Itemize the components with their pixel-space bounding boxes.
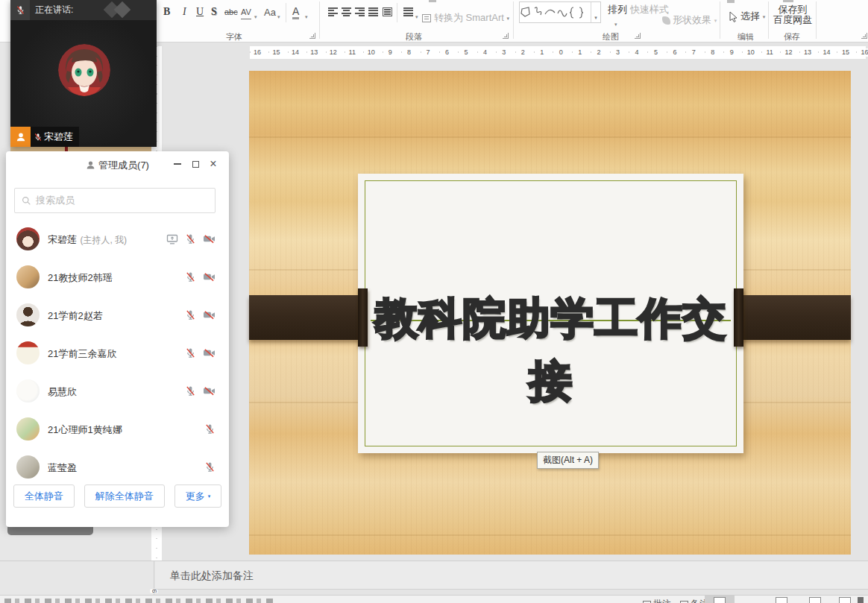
notes-pane[interactable]: 单击此处添加备注 bbox=[155, 561, 868, 590]
ruler-number: 2 bbox=[520, 48, 526, 57]
divider bbox=[816, 1, 817, 39]
ruler-number: 1 bbox=[538, 48, 545, 57]
normal-view-button[interactable] bbox=[714, 597, 726, 603]
member-name: 21学前三余嘉欣 bbox=[48, 348, 116, 359]
mic-muted-icon[interactable] bbox=[185, 385, 196, 397]
status-left-clipped-text bbox=[4, 599, 273, 603]
member-list-item[interactable]: 易慧欣 bbox=[6, 372, 229, 410]
text-shadow-button[interactable]: S bbox=[211, 4, 217, 19]
font-color-button[interactable]: A bbox=[292, 4, 299, 19]
ruler-number: 14 bbox=[821, 48, 831, 57]
mic-muted-icon[interactable] bbox=[185, 347, 196, 359]
chevron-down-icon[interactable]: ▾ bbox=[305, 9, 308, 24]
mic-muted-icon[interactable] bbox=[204, 461, 216, 473]
convert-to-smartart-button[interactable]: 转换为 SmartArt ▾ bbox=[422, 10, 509, 25]
ruler-number: 12 bbox=[328, 48, 339, 57]
line-spacing-icon[interactable] bbox=[403, 7, 413, 16]
member-search-input[interactable]: 搜索成员 bbox=[14, 188, 216, 213]
camera-muted-icon[interactable] bbox=[203, 233, 216, 244]
slide-sorter-view-button[interactable] bbox=[776, 597, 787, 603]
cursor-arrow-icon bbox=[729, 11, 738, 22]
clipped-button-fragment bbox=[429, 0, 436, 2]
chevron-down-icon[interactable]: ▾ bbox=[254, 9, 257, 24]
member-avatar bbox=[16, 341, 40, 364]
reading-view-button[interactable] bbox=[809, 597, 821, 603]
slide-title[interactable]: 教科院助学工作交接 bbox=[358, 287, 743, 412]
meeting-video-window[interactable]: 正在讲话: bbox=[10, 0, 157, 147]
arrange-button[interactable]: 排列 bbox=[608, 2, 627, 17]
font-dialog-launcher-icon[interactable] bbox=[309, 33, 315, 39]
mic-muted-icon[interactable] bbox=[185, 271, 196, 282]
member-list-item[interactable]: 蓝莹盈 bbox=[6, 448, 229, 486]
divider bbox=[513, 1, 514, 39]
member-list-item[interactable]: 21学前2赵若 bbox=[6, 296, 229, 334]
align-center-icon[interactable] bbox=[342, 7, 351, 16]
chevron-down-icon[interactable]: ▾ bbox=[614, 16, 617, 31]
ruler-number: 12 bbox=[784, 48, 794, 57]
meeting-window-header[interactable]: 正在讲话: bbox=[10, 0, 157, 20]
slideshow-view-button[interactable] bbox=[839, 597, 851, 603]
member-subtitle: (主持人, 我) bbox=[80, 235, 127, 245]
mute-all-button[interactable]: 全体静音 bbox=[13, 484, 75, 508]
align-right-icon[interactable] bbox=[355, 7, 365, 16]
camera-muted-icon[interactable] bbox=[203, 385, 216, 397]
shapes-gallery[interactable]: ▾ bbox=[519, 1, 601, 23]
ruler-number: 8 bbox=[406, 48, 412, 57]
member-list-item[interactable]: 21教技师2韩瑶 bbox=[6, 258, 229, 296]
screenshot-tooltip: 截图(Alt + A) bbox=[537, 452, 599, 469]
chevron-down-icon[interactable]: ▾ bbox=[277, 9, 280, 24]
select-button[interactable]: 选择 ▾ bbox=[729, 9, 765, 24]
save-group-label: 保存 bbox=[784, 31, 800, 42]
camera-muted-icon[interactable] bbox=[203, 271, 216, 282]
member-list-item[interactable]: 宋碧莲 (主持人, 我) bbox=[6, 220, 229, 258]
chevron-down-icon[interactable]: ▾ bbox=[415, 9, 418, 24]
zoom-control-fragment[interactable] bbox=[858, 597, 864, 603]
dialog-launcher-icon[interactable] bbox=[861, 33, 867, 39]
italic-button[interactable]: I bbox=[183, 4, 186, 19]
underline-button[interactable]: U bbox=[196, 4, 204, 19]
member-list: 宋碧莲 (主持人, 我) 21教技师2 bbox=[6, 220, 229, 486]
notes-placeholder: 单击此处添加备注 bbox=[170, 569, 254, 583]
member-list-item[interactable]: 21心理师1黄纯娜 bbox=[6, 410, 229, 448]
distribute-text-icon[interactable] bbox=[383, 7, 392, 16]
search-icon bbox=[22, 196, 31, 206]
bold-button[interactable]: B bbox=[163, 4, 170, 19]
clipped-button-fragment bbox=[727, 0, 735, 3]
unmute-all-button[interactable]: 解除全体静音 bbox=[84, 484, 165, 508]
comments-button[interactable]: 批注 bbox=[643, 598, 671, 603]
mic-muted-header-box[interactable] bbox=[10, 0, 30, 20]
more-button[interactable]: 更多▾ bbox=[174, 484, 222, 508]
drawing-dialog-launcher-icon[interactable] bbox=[635, 33, 641, 39]
member-management-panel[interactable]: 管理成员(7) × 搜索成员 宋碧莲 (主持人, 我) bbox=[6, 151, 229, 527]
ruler-number: 6 bbox=[671, 48, 678, 57]
member-avatar bbox=[16, 455, 40, 479]
member-name: 蓝莹盈 bbox=[48, 462, 77, 473]
member-list-item[interactable]: 21学前三余嘉欣 bbox=[6, 334, 229, 372]
ruler-number: 11 bbox=[347, 48, 357, 57]
strikethrough-button[interactable]: abc bbox=[224, 4, 238, 19]
mic-muted-icon[interactable] bbox=[185, 233, 196, 244]
save-to-baidu-netdisk-button[interactable]: 百度网盘 bbox=[773, 13, 813, 28]
camera-muted-icon[interactable] bbox=[203, 347, 216, 359]
mic-muted-icon[interactable] bbox=[204, 423, 216, 435]
maximize-button[interactable] bbox=[189, 157, 202, 171]
ruler-number: 10 bbox=[366, 48, 377, 57]
paragraph-dialog-launcher-icon[interactable] bbox=[503, 33, 509, 39]
mic-muted-icon[interactable] bbox=[185, 309, 196, 321]
align-left-icon[interactable] bbox=[328, 7, 338, 16]
shape-effects-button[interactable]: 形状效果 ▾ bbox=[662, 13, 717, 28]
minimize-button[interactable] bbox=[171, 157, 184, 171]
change-case-button[interactable]: Aa bbox=[264, 4, 276, 19]
close-button[interactable]: × bbox=[207, 157, 220, 171]
camera-muted-icon[interactable] bbox=[203, 309, 216, 321]
ruler-number: 11 bbox=[764, 48, 774, 57]
slide-canvas[interactable]: 教科院助学工作交接 bbox=[249, 71, 851, 555]
shape-icons bbox=[520, 4, 588, 22]
ruler-number: 4 bbox=[633, 48, 640, 57]
horizontal-ruler[interactable]: 1615141312111098765432101234567891011121… bbox=[250, 46, 866, 59]
divider bbox=[768, 1, 769, 39]
screen-share-icon[interactable] bbox=[166, 233, 178, 245]
character-spacing-button[interactable]: AV bbox=[241, 4, 251, 19]
gallery-scroll-button[interactable]: ▾ bbox=[591, 2, 600, 22]
justify-icon[interactable] bbox=[368, 7, 378, 16]
